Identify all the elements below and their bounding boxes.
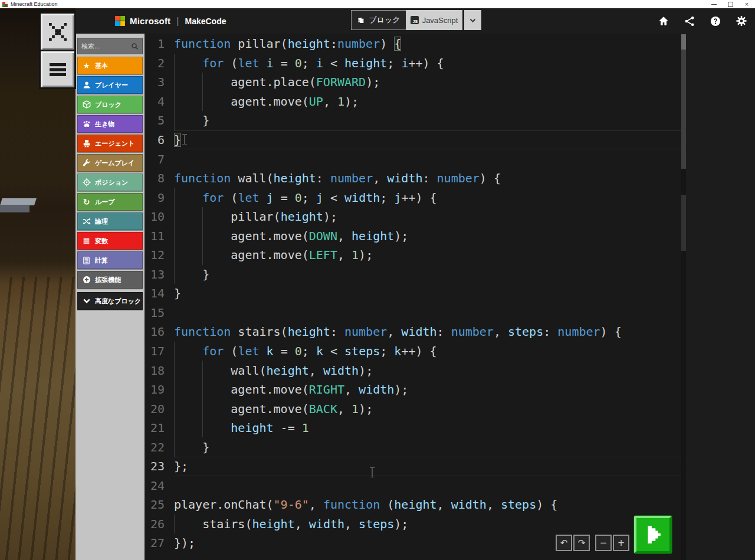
code-line[interactable]: 13 } <box>145 265 686 284</box>
line-number: 27 <box>145 536 174 550</box>
code-line[interactable]: 14} <box>145 284 686 303</box>
code-line[interactable]: 2 for (let i = 0; i < height; i++) { <box>145 54 686 73</box>
line-content: } <box>174 111 686 130</box>
line-content: }; <box>174 457 686 476</box>
toolbox-category-9[interactable]: 変数 <box>77 232 143 250</box>
scrollbar-thumb[interactable] <box>681 34 686 169</box>
code-line[interactable]: 3 agent.place(FORWARD); <box>145 73 686 92</box>
target-icon <box>82 178 91 187</box>
zoom-in-button[interactable]: + <box>613 535 629 551</box>
scrollbar-decoration <box>681 34 686 50</box>
indent-guide <box>174 418 175 438</box>
code-line[interactable]: 17 for (let k = 0; k < steps; k++) { <box>145 342 686 361</box>
home-button[interactable] <box>658 16 669 27</box>
shuffle-icon <box>82 217 91 226</box>
category-label: 高度なブロック <box>95 297 141 306</box>
toolbox-category-4[interactable]: エージェント <box>77 135 143 152</box>
line-content: agent.move(BACK, 1); <box>174 399 686 418</box>
line-number: 2 <box>145 56 174 70</box>
line-content: for (let k = 0; k < steps; k++) { <box>174 342 686 361</box>
code-line[interactable]: 18 wall(height, width); <box>145 361 686 380</box>
code-line[interactable]: 12 agent.move(LEFT, 1); <box>145 245 686 265</box>
menu-button[interactable] <box>39 50 76 89</box>
indent-guide <box>202 418 203 438</box>
toolbox-search-input[interactable]: 検索... <box>77 38 143 54</box>
code-line[interactable]: 4 agent.move(UP, 1); <box>145 92 686 112</box>
help-icon <box>710 16 721 27</box>
settings-button[interactable] <box>736 16 747 27</box>
code-line[interactable]: 11 agent.move(DOWN, height); <box>145 226 686 245</box>
mode-dropdown-button[interactable] <box>464 10 481 30</box>
code-line[interactable]: 19 agent.move(RIGHT, width); <box>145 380 686 399</box>
toolbox-category-6[interactable]: ポジション <box>77 173 143 191</box>
javascript-mode-label: JavaScript <box>422 16 458 25</box>
javascript-mode-button[interactable]: JS JavaScript <box>406 10 462 30</box>
line-content: agent.place(FORWARD); <box>174 73 686 92</box>
close-code-editor-button[interactable] <box>39 12 76 51</box>
paw-icon <box>82 120 91 129</box>
code-line[interactable]: 23}; <box>145 457 686 476</box>
line-number: 10 <box>145 209 174 224</box>
indent-guide <box>202 73 203 92</box>
indent-guide <box>174 188 175 207</box>
minimize-button[interactable] <box>705 0 722 8</box>
code-line[interactable]: 21 height -= 1 <box>145 418 686 438</box>
code-editor[interactable]: 1function pillar(height:number) {2 for (… <box>145 34 686 560</box>
code-line[interactable]: 15 <box>145 303 686 323</box>
close-button[interactable]: × <box>738 0 755 8</box>
indent-guide <box>174 515 175 534</box>
category-label: エージェント <box>95 139 134 148</box>
code-line[interactable]: 25player.onChat("9-6", function (height,… <box>145 495 686 515</box>
toolbox-category-8[interactable]: 論理 <box>77 212 143 230</box>
share-button[interactable] <box>684 16 695 27</box>
code-area[interactable]: 1function pillar(height:number) {2 for (… <box>145 34 686 553</box>
code-line[interactable]: 8function wall(height: number, width: nu… <box>145 169 686 188</box>
zoom-in-icon: + <box>618 538 625 548</box>
undo-button[interactable]: ↶ <box>556 535 572 551</box>
line-content: stairs(height, width, steps); <box>174 515 686 534</box>
puzzle-icon <box>357 17 365 24</box>
toolbox-category-advanced[interactable]: 高度なブロック <box>77 292 143 310</box>
toolbox-category-5[interactable]: ゲームプレイ <box>77 154 143 172</box>
undo-icon: ↶ <box>560 538 568 548</box>
indent-guide <box>174 92 175 112</box>
editor-mode-toggle: ブロック JS JavaScript <box>351 10 481 30</box>
hamburger-icon <box>48 61 67 78</box>
code-line[interactable]: 22 } <box>145 437 686 457</box>
run-code-button[interactable] <box>634 516 672 554</box>
microsoft-logo-icon <box>115 16 125 26</box>
home-icon <box>658 15 669 27</box>
code-line[interactable]: 9 for (let j = 0; j < width; j++) { <box>145 188 686 207</box>
toolbox-category-2[interactable]: ブロック <box>77 96 143 113</box>
redo-button[interactable]: ↷ <box>573 535 590 551</box>
code-line[interactable]: 20 agent.move(BACK, 1); <box>145 399 686 418</box>
code-line[interactable]: 1function pillar(height:number) { <box>145 34 686 54</box>
line-content: function pillar(height:number) { <box>174 34 686 54</box>
toolbox-category-10[interactable]: 計算 <box>77 251 143 269</box>
blocks-mode-button[interactable]: ブロック <box>351 10 406 30</box>
toolbox-category-3[interactable]: 生き物 <box>77 115 143 133</box>
maximize-button[interactable] <box>722 0 738 8</box>
window-controls: × <box>705 0 755 8</box>
editor-scrollbar[interactable] <box>681 34 686 560</box>
category-label: ループ <box>95 198 115 207</box>
toolbox-category-0[interactable]: ★基本 <box>77 57 143 74</box>
code-line[interactable]: 24 <box>145 476 686 496</box>
code-line[interactable]: 16function stairs(height: number, width:… <box>145 322 686 342</box>
search-placeholder: 検索... <box>81 42 131 51</box>
help-button[interactable] <box>710 16 721 27</box>
code-line[interactable]: 5 } <box>145 111 686 130</box>
indent-guide <box>202 92 203 112</box>
zoom-out-button[interactable]: − <box>595 535 612 551</box>
code-line[interactable]: 10 pillar(height); <box>145 207 686 227</box>
toolbox-category-1[interactable]: プレイヤー <box>77 76 143 94</box>
code-line[interactable]: 6} <box>145 130 686 150</box>
close-icon: × <box>745 1 749 8</box>
toolbox-category-11[interactable]: 拡張機能 <box>77 271 143 289</box>
code-line[interactable]: 7 <box>145 149 686 169</box>
category-label: 拡張機能 <box>95 276 121 284</box>
line-number: 7 <box>145 152 174 166</box>
code-line[interactable]: 26 stairs(height, width, steps); <box>145 515 686 534</box>
toolbox-category-7[interactable]: ↻ループ <box>77 193 143 211</box>
window-title: Minecraft Education <box>11 1 58 7</box>
